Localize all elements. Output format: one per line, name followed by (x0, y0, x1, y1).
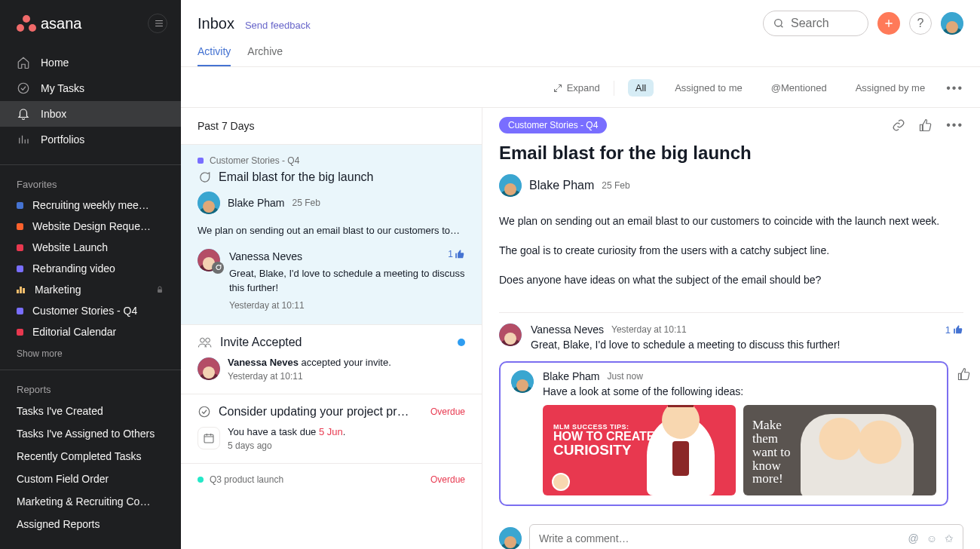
comment: Vanessa Neves Yesterday at 10:11 1 Great… (499, 324, 963, 351)
comment-likes[interactable]: 1 (945, 324, 963, 336)
help-button[interactable]: ? (909, 12, 932, 35)
comment-avatar (499, 324, 522, 346)
inbox-tabs: Activity Archive (198, 45, 963, 66)
search-input[interactable]: Search (763, 11, 868, 36)
detail-pane: Customer Stories - Q4 ••• Email blast fo… (482, 108, 980, 549)
project-color-dot (198, 158, 204, 164)
check-circle-icon (198, 405, 211, 419)
detail-project-tag[interactable]: Customer Stories - Q4 (499, 117, 607, 133)
logo-text: asana (41, 15, 82, 32)
report-item[interactable]: Marketing & Recruiting Co… (0, 490, 181, 513)
filter-bar: Expand All Assigned to me @Mentioned Ass… (181, 67, 980, 108)
main-area: Inbox Send feedback Search ? Activity Ar… (181, 0, 980, 549)
link-icon[interactable] (892, 118, 905, 132)
plus-icon (884, 18, 894, 29)
check-circle-icon (17, 81, 30, 95)
send-feedback-link[interactable]: Send feedback (245, 20, 311, 31)
svg-point-4 (206, 338, 210, 342)
nav-home[interactable]: Home (0, 50, 181, 75)
detail-paragraph: We plan on sending out an email blast to… (499, 213, 963, 229)
inbox-card[interactable]: Invite Accepted Vanessa Neves accepted y… (181, 324, 482, 394)
svg-point-5 (199, 406, 210, 417)
thumbs-up-icon[interactable] (919, 118, 933, 132)
like-button[interactable] (957, 361, 971, 384)
expand-icon (553, 84, 562, 93)
nav-home-label: Home (41, 57, 69, 69)
inbox-card[interactable]: Customer Stories - Q4 Email blast for th… (181, 144, 482, 324)
filter-all[interactable]: All (628, 79, 654, 97)
reports-heading: Reports (0, 378, 181, 400)
search-placeholder: Search (791, 17, 829, 30)
expand-button[interactable]: Expand (553, 82, 600, 94)
report-item[interactable]: Custom Field Order (0, 468, 181, 490)
detail-title: Email blast for the big launch (499, 143, 963, 164)
logo[interactable]: asana (17, 15, 82, 32)
nav-my-tasks[interactable]: My Tasks (0, 75, 181, 101)
report-item[interactable]: Tasks I've Assigned to Others (0, 422, 181, 445)
filter-assigned-by-me[interactable]: Assigned by me (848, 79, 933, 97)
collapse-sidebar-button[interactable] (148, 14, 167, 33)
report-item[interactable]: Recently Completed Tasks (0, 445, 181, 468)
compose-placeholder: Write a comment… (539, 532, 629, 544)
comment-badge-icon (212, 262, 224, 274)
nav-inbox[interactable]: Inbox (0, 101, 181, 127)
favorite-item[interactable]: Website Launch (0, 237, 181, 258)
svg-rect-6 (204, 434, 213, 443)
svg-point-0 (18, 83, 29, 94)
author-avatar (198, 357, 220, 380)
comment-author: Blake Pham (543, 370, 599, 382)
nav-portfolios[interactable]: Portfolios (0, 127, 181, 152)
comment-text: Great, Blake, I'd love to schedule a mee… (531, 339, 963, 351)
sidebar: asana Home My Tasks Inbox Portfolios Fav… (0, 0, 181, 549)
inbox-list: Past 7 Days Customer Stories - Q4 Email … (181, 108, 482, 549)
tab-activity[interactable]: Activity (198, 45, 231, 66)
thumbs-up-icon (953, 324, 963, 335)
thumbs-up-icon (957, 367, 971, 381)
star-icon[interactable]: ✩ (945, 532, 954, 544)
favorite-item[interactable]: Marketing (0, 279, 181, 300)
reply-author: Vanessa Neves (229, 249, 465, 265)
card-title: Invite Accepted (220, 336, 450, 349)
compose-input[interactable]: Write a comment… @ ☺ ✩ (529, 524, 963, 549)
calendar-icon (198, 427, 220, 449)
add-button[interactable] (877, 12, 900, 35)
asana-logo-icon (17, 15, 36, 32)
inbox-card[interactable]: Q3 product launch Overdue (181, 463, 482, 497)
reply-likes[interactable]: 1 (448, 249, 465, 259)
card-time: 5 days ago (228, 440, 345, 451)
favorite-item[interactable]: Recruiting weekly mee… (0, 195, 181, 216)
unread-dot (458, 339, 465, 346)
mention-icon[interactable]: @ (908, 532, 918, 544)
search-icon (773, 17, 785, 29)
emoji-icon[interactable]: ☺ (926, 532, 937, 544)
reply-text: Great, Blake, I'd love to schedule a mee… (229, 266, 465, 296)
project-label: Customer Stories - Q4 (210, 155, 299, 166)
compose-row: Write a comment… @ ☺ ✩ (482, 517, 980, 549)
portfolios-icon (17, 133, 30, 146)
filter-assigned-to-me[interactable]: Assigned to me (667, 79, 750, 97)
comment-avatar (511, 370, 534, 393)
user-avatar[interactable] (941, 12, 963, 35)
favorites-heading: Favorites (0, 173, 181, 195)
inbox-card[interactable]: Consider updating your project pr… Overd… (181, 394, 482, 463)
favorite-item[interactable]: Website Design Reque… (0, 216, 181, 237)
detail-more-button[interactable]: ••• (946, 118, 963, 132)
compose-avatar (499, 527, 522, 549)
favorite-item[interactable]: Rebranding video (0, 258, 181, 279)
comment-author: Vanessa Neves (531, 324, 604, 336)
favorite-item[interactable]: Customer Stories - Q4 (0, 300, 181, 321)
show-more-button[interactable]: Show more (0, 342, 181, 365)
author-name: Blake Pham (228, 197, 284, 209)
report-item[interactable]: Assigned Reports (0, 513, 181, 535)
favorite-item[interactable]: Editorial Calendar (0, 321, 181, 342)
tab-archive[interactable]: Archive (247, 45, 283, 66)
reply-time: Yesterday at 10:11 (229, 299, 465, 312)
report-item[interactable]: Tasks I've Created (0, 400, 181, 422)
attachment-thumbnail[interactable]: Make them want to know more! (743, 405, 936, 495)
attachment-thumbnail[interactable]: MLM SUCCESS TIPS: HOW TO CREATE CURIOSIT… (543, 405, 736, 495)
comment-time: Just now (607, 371, 642, 382)
hamburger-icon (154, 18, 164, 29)
comment-thread: Vanessa Neves Yesterday at 10:11 1 Great… (499, 312, 963, 517)
filter-mentioned[interactable]: @Mentioned (764, 79, 835, 97)
filter-more-button[interactable]: ••• (946, 81, 963, 95)
